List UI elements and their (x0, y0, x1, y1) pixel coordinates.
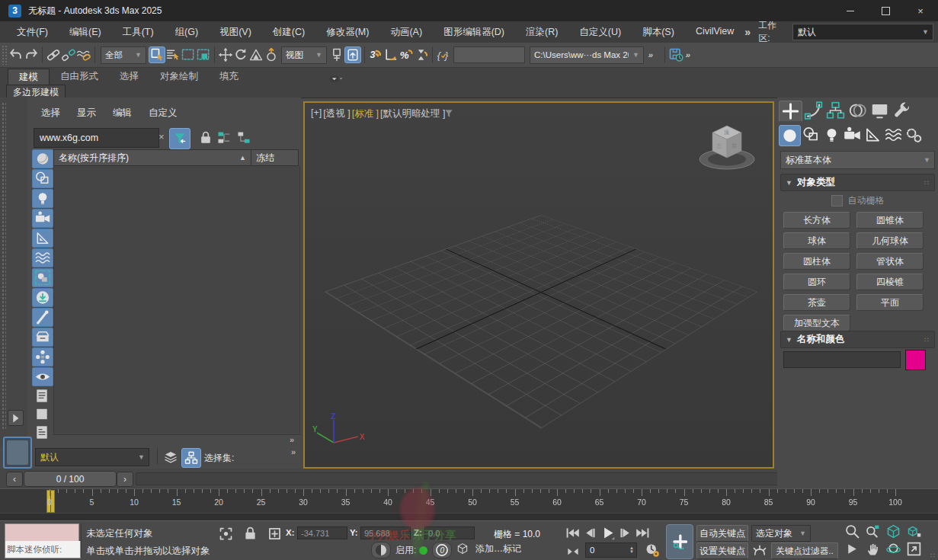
viewport-nav-button[interactable] (844, 541, 860, 557)
playback-button[interactable] (565, 525, 581, 541)
timeline-ruler[interactable]: 0510152025303540455055606570758085909510… (0, 488, 938, 514)
containers-icon[interactable] (32, 328, 53, 347)
maxscript-listener-pink[interactable] (5, 523, 79, 542)
primitive-button[interactable]: 圆锥体 (856, 212, 924, 229)
layer-combo[interactable]: 默认 ▼ (35, 448, 149, 466)
helpers-icon[interactable] (32, 229, 53, 248)
cameras-icon[interactable] (32, 209, 53, 228)
list1-icon[interactable] (32, 387, 52, 405)
menu-item[interactable]: CivilView (685, 26, 744, 39)
chev-icon[interactable]: » (683, 47, 699, 62)
shapes-icon[interactable] (801, 125, 821, 145)
solid-icon[interactable] (32, 405, 52, 423)
xrefs-icon[interactable] (32, 288, 53, 307)
primitive-button[interactable]: 几何球体 (856, 232, 924, 249)
explorer-more-icon[interactable]: » (290, 435, 294, 444)
explorer-tree-expand-button[interactable] (216, 130, 232, 146)
autogrid-checkbox[interactable] (831, 195, 843, 206)
key-filters-icon[interactable] (751, 542, 767, 558)
project-folder-combo[interactable]: C:\Users\ww···ds Max 2025▼ (530, 46, 644, 64)
menu-item[interactable]: 动画(A) (379, 26, 433, 39)
object-color-swatch[interactable] (905, 350, 926, 370)
primitive-button[interactable]: 长方体 (783, 212, 850, 229)
menu-item[interactable]: 创建(C) (262, 26, 315, 39)
region-rect-icon[interactable] (181, 47, 196, 62)
maxscript-listener-input[interactable]: 脚本迷你侦听: (5, 541, 81, 558)
explorer-tree-collapse-button[interactable] (236, 130, 251, 146)
previous-frame-button[interactable]: ‹ (6, 472, 23, 487)
braces-icon[interactable]: {} (436, 47, 451, 62)
menu-item[interactable]: 渲染(R) (515, 26, 568, 39)
status-toggle[interactable] (242, 526, 258, 542)
display-icon[interactable] (869, 101, 891, 120)
menu-item[interactable]: 脚本(S) (632, 26, 685, 39)
snap3-icon[interactable]: 3 (368, 47, 383, 62)
named-selection-input[interactable] (453, 46, 525, 63)
visibility-icon[interactable] (32, 367, 53, 386)
bones-icon[interactable] (32, 308, 53, 327)
set-key-big-button[interactable] (666, 524, 693, 559)
playback-button[interactable] (617, 525, 633, 541)
column-header-frozen[interactable]: 冻结 (251, 149, 299, 166)
select-object-icon[interactable] (149, 46, 165, 63)
explorer-lock-button[interactable] (198, 130, 213, 146)
menu-overflow-icon[interactable]: » (744, 26, 751, 38)
z-coord-field[interactable]: 0.0 (424, 526, 475, 539)
viewport-nav-button[interactable] (844, 523, 860, 539)
systems-icon[interactable] (904, 125, 924, 145)
selection-filter-combo[interactable]: 全部▼ (101, 46, 146, 64)
rollout-object-type[interactable]: ▼ 对象类型 ∷ (780, 174, 935, 191)
playback-button[interactable] (582, 525, 598, 541)
time-configuration-button[interactable] (644, 542, 660, 558)
next-frame-button[interactable]: › (117, 472, 133, 487)
primitive-button[interactable]: 茶壶 (783, 294, 850, 311)
set-key-button[interactable]: 设置关键点 (696, 542, 748, 559)
helpers-icon[interactable] (863, 125, 883, 145)
groups-icon[interactable] (32, 268, 53, 287)
primitive-button[interactable]: 管状体 (856, 253, 924, 270)
window-resize-grip[interactable]: ∷ (930, 552, 936, 559)
pivot-icon[interactable] (329, 47, 344, 62)
primitive-category-combo[interactable]: 标准基本体 ▼ (780, 151, 935, 169)
key-selection-combo[interactable]: 选定对象 ▼ (751, 525, 811, 542)
snap-percent-icon[interactable]: % (399, 47, 414, 62)
redo-icon[interactable] (24, 47, 39, 62)
layers-stack-icon[interactable] (162, 448, 180, 466)
close-button[interactable]: × (903, 0, 938, 21)
reference-coordsys-combo[interactable]: 视图▼ (281, 46, 327, 64)
perspective-viewport[interactable]: [+][透视 ][标准 ][默认明暗处理 ] 顶 左 前 X Y Z (303, 101, 774, 469)
column-header-name[interactable]: 名称(按升序排序) ▲ (53, 149, 251, 166)
primitive-button[interactable]: 圆环 (783, 274, 850, 290)
geometry-icon[interactable] (32, 149, 53, 168)
toolbar-grip[interactable] (2, 45, 7, 65)
playback-button[interactable] (600, 525, 616, 541)
explorer-search-input[interactable]: www.x6g.com (34, 128, 159, 148)
ribbon-tab[interactable]: 对象绘制 (149, 69, 209, 85)
motion-icon[interactable] (847, 101, 869, 120)
viewport-label[interactable]: [标准 ] (352, 107, 379, 120)
menu-item[interactable]: 组(G) (165, 26, 210, 39)
explorer-object-list[interactable] (53, 166, 300, 435)
viewport-label[interactable]: [透视 ] (323, 107, 350, 120)
snap-angle-icon[interactable] (383, 47, 399, 62)
y-coord-field[interactable]: 95.688 (360, 526, 411, 539)
select-by-name-icon[interactable] (165, 47, 181, 62)
viewport-perview-filter-icon[interactable] (443, 108, 454, 119)
viewport-nav-button[interactable] (885, 541, 901, 557)
menu-item[interactable]: 文件(F) (6, 26, 59, 39)
workspace-combo[interactable]: 默认 ▼ (792, 24, 933, 40)
hierarchy-icon[interactable] (824, 101, 847, 120)
primitive-button[interactable]: 加强型文本 (783, 315, 850, 331)
create-icon[interactable] (779, 101, 802, 121)
move-icon[interactable] (218, 47, 233, 62)
link-icon[interactable] (46, 47, 61, 62)
lights-icon[interactable] (821, 125, 842, 145)
ribbon-tab[interactable]: 自由形式 (50, 69, 109, 85)
ribbon-tab[interactable]: 建模 (8, 69, 50, 85)
object-name-input[interactable] (783, 351, 901, 368)
explorer-menu-item[interactable]: 显示 (77, 107, 96, 120)
viewport-nav-button[interactable] (865, 523, 881, 539)
viewport-nav-button[interactable] (906, 541, 922, 557)
dock-expand-button[interactable] (8, 410, 24, 426)
viewport-nav-button[interactable] (885, 523, 901, 539)
